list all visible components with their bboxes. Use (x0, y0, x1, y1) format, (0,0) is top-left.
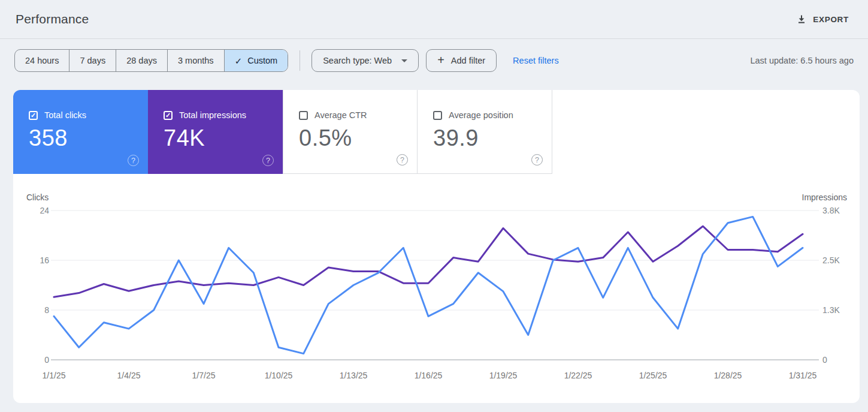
tile-label: Total clicks (44, 110, 86, 120)
toolbar-divider (300, 50, 300, 71)
tab-24-hours[interactable]: 24 hours (15, 50, 69, 71)
svg-text:1/25/25: 1/25/25 (639, 371, 667, 380)
total-impressions-checkbox[interactable]: ✓ (164, 111, 173, 120)
checkmark-icon: ✓ (235, 56, 243, 65)
performance-page: Performance EXPORT 24 hours 7 days 28 da… (0, 0, 868, 412)
average-position-checkbox[interactable] (433, 111, 442, 120)
svg-text:1/4/25: 1/4/25 (117, 371, 141, 380)
tile-label: Total impressions (179, 110, 246, 120)
reset-filters-link[interactable]: Reset filters (513, 56, 559, 65)
svg-text:1/31/25: 1/31/25 (789, 371, 817, 380)
tab-3-months[interactable]: 3 months (168, 50, 225, 71)
metric-tiles: ✓ Total clicks 358 ? ✓ Total impressions… (13, 90, 552, 174)
export-label: EXPORT (813, 15, 849, 24)
date-range-tabs: 24 hours 7 days 28 days 3 months ✓ Custo… (14, 49, 288, 72)
tile-average-position[interactable]: Average position 39.9 ? (418, 90, 552, 174)
svg-text:Impressions: Impressions (802, 193, 847, 202)
svg-text:1/10/25: 1/10/25 (265, 371, 293, 380)
svg-text:1/22/25: 1/22/25 (564, 371, 592, 380)
svg-text:1/13/25: 1/13/25 (340, 371, 368, 380)
svg-text:Clicks: Clicks (26, 193, 49, 202)
svg-text:1/19/25: 1/19/25 (489, 371, 518, 380)
tile-value: 0.5% (299, 125, 417, 151)
chevron-down-icon (401, 59, 407, 62)
tile-total-impressions[interactable]: ✓ Total impressions 74K ? (148, 90, 283, 174)
svg-text:16: 16 (40, 255, 49, 265)
tab-7-days[interactable]: 7 days (69, 50, 116, 71)
plus-icon: + (437, 54, 444, 66)
average-ctr-checkbox[interactable] (299, 111, 308, 120)
help-icon[interactable]: ? (531, 154, 543, 166)
help-icon[interactable]: ? (397, 154, 408, 166)
total-clicks-checkbox[interactable]: ✓ (29, 111, 38, 120)
tab-custom[interactable]: ✓ Custom (225, 50, 288, 71)
performance-card: ✓ Total clicks 358 ? ✓ Total impressions… (13, 90, 860, 403)
tile-label: Average position (449, 110, 513, 120)
tile-value: 39.9 (433, 125, 552, 151)
page-title: Performance (16, 12, 89, 26)
svg-text:8: 8 (44, 305, 49, 315)
tile-value: 74K (164, 125, 283, 151)
tab-28-days[interactable]: 28 days (116, 50, 168, 71)
help-icon[interactable]: ? (262, 155, 274, 166)
svg-text:1/16/25: 1/16/25 (415, 371, 443, 380)
tile-value: 358 (29, 125, 148, 151)
svg-text:24: 24 (40, 206, 49, 215)
last-update-text: Last update: 6.5 hours ago (750, 56, 854, 65)
filter-toolbar: 24 hours 7 days 28 days 3 months ✓ Custo… (0, 49, 868, 72)
help-icon[interactable]: ? (128, 155, 139, 166)
top-bar: Performance EXPORT (0, 0, 868, 39)
svg-text:3.8K: 3.8K (822, 206, 840, 215)
svg-text:2.5K: 2.5K (822, 255, 840, 265)
tile-average-ctr[interactable]: Average CTR 0.5% ? (283, 90, 418, 174)
svg-text:1/28/25: 1/28/25 (714, 371, 742, 380)
tile-total-clicks[interactable]: ✓ Total clicks 358 ? (13, 90, 148, 174)
svg-text:1.3K: 1.3K (822, 305, 840, 315)
svg-text:1/7/25: 1/7/25 (192, 371, 216, 380)
search-type-dropdown[interactable]: Search type: Web (311, 49, 419, 72)
svg-text:0: 0 (822, 355, 827, 365)
download-icon (797, 14, 806, 24)
svg-text:1/1/25: 1/1/25 (43, 371, 66, 380)
performance-chart: 08162401.3K2.5K3.8KClicksImpressions1/1/… (13, 174, 860, 403)
tile-label: Average CTR (314, 110, 367, 120)
svg-text:0: 0 (44, 355, 49, 365)
export-button[interactable]: EXPORT (793, 14, 852, 25)
add-filter-button[interactable]: + Add filter (426, 49, 497, 72)
